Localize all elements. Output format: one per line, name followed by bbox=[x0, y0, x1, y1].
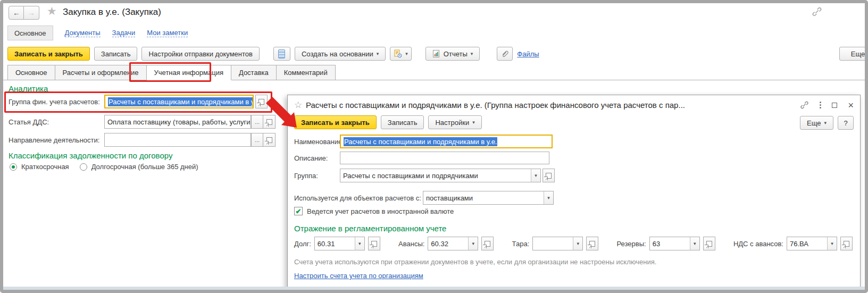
tab-delivery[interactable]: Доставка bbox=[231, 65, 277, 80]
dropdown-icon[interactable]: ▾ bbox=[573, 237, 582, 250]
activity-open-button[interactable] bbox=[263, 133, 276, 147]
dropdown-icon[interactable]: ▾ bbox=[468, 237, 478, 250]
tab-comment[interactable]: Комментарий bbox=[277, 65, 336, 80]
doc-clock-button[interactable]: ▾ bbox=[390, 47, 412, 61]
close-icon[interactable]: × bbox=[848, 102, 854, 108]
radio-short-term[interactable] bbox=[10, 163, 17, 171]
currency-checkbox-label: Ведется учет расчетов в иностранной валю… bbox=[307, 207, 454, 215]
account-group-packaging: Тара: ▾ bbox=[512, 237, 599, 250]
account-open-button[interactable] bbox=[586, 237, 598, 250]
dds-input[interactable]: Оплата поставщику (товары, работы, услуг… bbox=[104, 115, 251, 129]
nav-item-notes[interactable]: Мои заметки bbox=[147, 29, 188, 37]
forward-button[interactable]: → bbox=[24, 6, 39, 20]
regulated-accounting-header: Отражение в регламентированном учете bbox=[294, 224, 446, 233]
structure-icon bbox=[278, 49, 285, 58]
tab-settlements[interactable]: Расчеты и оформление bbox=[55, 65, 147, 80]
dialog-save-button[interactable]: Записать bbox=[381, 115, 424, 129]
dropdown-icon[interactable]: ▾ bbox=[355, 237, 364, 250]
account-combo-advances[interactable]: 60.32 ▾ bbox=[428, 237, 478, 250]
account-value: 63 bbox=[650, 240, 690, 248]
get-link-icon[interactable] bbox=[800, 101, 809, 110]
files-link[interactable]: Файлы bbox=[517, 50, 539, 58]
create-based-button[interactable]: Создать на основании ▾ bbox=[295, 47, 386, 61]
maximize-icon[interactable] bbox=[832, 103, 837, 108]
favorite-star-icon[interactable]: ★ bbox=[47, 5, 57, 18]
currency-checkbox[interactable]: ✔ bbox=[294, 207, 303, 215]
account-label: Авансы: bbox=[398, 240, 424, 248]
dialog-title: Расчеты с поставщиками и подрядчиками в … bbox=[306, 101, 787, 110]
nav-item-tasks[interactable]: Задачи bbox=[112, 29, 136, 37]
more-menu-icon[interactable] bbox=[820, 102, 821, 108]
forward-icon: → bbox=[28, 9, 35, 17]
check-icon: ✔ bbox=[296, 207, 302, 215]
history-nav: ← → bbox=[9, 6, 39, 20]
dropdown-icon[interactable]: ▾ bbox=[827, 237, 837, 250]
analytics-header: Аналитика bbox=[9, 84, 48, 93]
tab-main[interactable]: Основное bbox=[7, 65, 55, 80]
name-value: Расчеты с поставщиками и подрядчиками в … bbox=[344, 137, 497, 146]
account-value: 60.31 bbox=[315, 240, 355, 248]
save-close-button[interactable]: Записать и закрыть bbox=[7, 47, 90, 61]
account-open-button[interactable] bbox=[481, 237, 494, 250]
account-group-debt: Долг: 60.31 ▾ bbox=[294, 237, 380, 250]
dialog-save-close-button[interactable]: Записать и закрыть bbox=[294, 115, 377, 129]
used-for-combo[interactable]: поставщиками ▾ bbox=[423, 191, 554, 205]
nav-item-main[interactable]: Основное bbox=[7, 26, 53, 40]
dropdown-icon: ▾ bbox=[824, 120, 827, 125]
description-input[interactable] bbox=[340, 152, 549, 164]
account-value: 60.32 bbox=[428, 240, 468, 248]
reports-button[interactable]: Отчеты ▾ bbox=[425, 47, 480, 61]
tab-strip: Основное Расчеты и оформление Учетная ин… bbox=[7, 65, 336, 80]
group-combo[interactable]: Расчеты с поставщиками и подрядчиками ▾ bbox=[340, 169, 541, 182]
open-icon bbox=[589, 241, 595, 247]
dds-select-button[interactable]: ... bbox=[251, 115, 263, 129]
dds-row: Статья ДДС: Оплата поставщику (товары, р… bbox=[9, 115, 276, 129]
activity-select-button[interactable]: ... bbox=[251, 133, 263, 147]
fin-group-input[interactable]: Расчеты с поставщиками и подрядчиками в … bbox=[104, 95, 254, 108]
open-icon bbox=[258, 99, 264, 105]
save-button[interactable]: Записать bbox=[94, 47, 138, 61]
account-combo-vat[interactable]: 76.ВА ▾ bbox=[787, 237, 837, 250]
attachment-button[interactable] bbox=[497, 47, 513, 61]
structure-button[interactable] bbox=[273, 47, 290, 61]
dropdown-icon[interactable]: ▾ bbox=[544, 191, 553, 204]
account-group-advances: Авансы: 60.32 ▾ bbox=[398, 237, 494, 250]
doc-clock-icon bbox=[394, 49, 402, 58]
reports-icon bbox=[432, 49, 440, 58]
currency-row: ✔ Ведется учет расчетов в иностранной ва… bbox=[294, 207, 454, 215]
back-button[interactable]: ← bbox=[9, 6, 24, 20]
group-open-button[interactable] bbox=[542, 169, 555, 182]
activity-label: Направление деятельности: bbox=[9, 136, 104, 144]
radio-long-term[interactable] bbox=[80, 163, 87, 171]
group-label: Группа: bbox=[294, 172, 340, 180]
get-link-icon[interactable] bbox=[812, 6, 822, 17]
fin-group-row: Группа фин. учета расчетов: Расчеты с по… bbox=[9, 95, 268, 108]
used-for-value: поставщиками bbox=[423, 194, 544, 202]
name-input[interactable]: Расчеты с поставщиками и подрядчиками в … bbox=[340, 135, 553, 148]
account-combo-reserves[interactable]: 63 ▾ bbox=[649, 237, 700, 250]
dialog-settings-button[interactable]: Настройки ▾ bbox=[428, 115, 481, 129]
send-settings-button[interactable]: Настройки отправки документов bbox=[141, 47, 260, 61]
activity-input[interactable] bbox=[104, 133, 251, 147]
ellipsis-icon: ... bbox=[255, 119, 260, 125]
dropdown-icon[interactable]: ▾ bbox=[531, 169, 540, 182]
more-button[interactable]: Еще bbox=[839, 47, 868, 61]
configure-accounts-link[interactable]: Настроить счета учета по организациям bbox=[294, 272, 423, 280]
open-icon bbox=[485, 241, 490, 247]
debt-classification-header: Классификация задолженности по договору bbox=[9, 151, 172, 160]
dropdown-icon[interactable]: ▾ bbox=[690, 237, 699, 250]
account-open-button[interactable] bbox=[703, 237, 715, 250]
account-open-button[interactable] bbox=[840, 237, 853, 250]
account-combo-packaging[interactable]: ▾ bbox=[532, 237, 583, 250]
tab-accounting-info[interactable]: Учетная информация bbox=[147, 65, 231, 80]
nav-item-documents[interactable]: Документы bbox=[65, 29, 101, 37]
dialog-more-button[interactable]: Еще ▾ bbox=[800, 116, 833, 130]
debt-radio-group: Краткосрочная Долгосрочная (больше 365 д… bbox=[10, 163, 198, 171]
dds-value: Оплата поставщику (товары, работы, услуг… bbox=[107, 118, 251, 126]
name-label: Наименование: bbox=[294, 138, 340, 146]
dialog-help-button[interactable]: ? bbox=[838, 116, 854, 130]
account-combo-debt[interactable]: 60.31 ▾ bbox=[314, 237, 365, 250]
open-icon bbox=[844, 241, 849, 247]
account-group-vat: НДС с авансов: 76.ВА ▾ bbox=[733, 237, 853, 250]
account-open-button[interactable] bbox=[368, 237, 380, 250]
